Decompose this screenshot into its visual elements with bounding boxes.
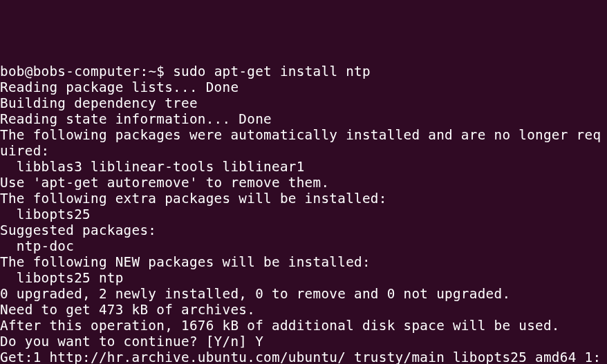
command-input: sudo apt-get install ntp (173, 64, 371, 79)
output-line: After this operation, 1676 kB of additio… (0, 318, 560, 334)
terminal-window[interactable]: bob@bobs-computer:~$ sudo apt-get instal… (0, 64, 607, 364)
output-line: libblas3 liblinear-tools liblinear1 (0, 159, 305, 175)
output-line: libopts25 ntp (0, 270, 124, 286)
output-line: Suggested packages: (0, 222, 156, 238)
output-line: libopts25 (0, 207, 91, 222)
output-line: ntp-doc (0, 238, 74, 254)
output-line: The following NEW packages will be insta… (0, 254, 371, 270)
prompt-end: $ (156, 64, 173, 79)
output-line: Use 'apt-get autoremove' to remove them. (0, 175, 329, 191)
output-line: Building dependency tree (0, 95, 198, 111)
output-line: Reading state information... Done (0, 111, 272, 127)
output-line: Do you want to continue? [Y/n] Y (0, 334, 263, 349)
output-line: Get:1 http://hr.archive.ubuntu.com/ubunt… (0, 349, 601, 364)
output-line: The following packages were automaticall… (0, 127, 601, 159)
prompt-path: ~ (148, 64, 156, 79)
output-line: Reading package lists... Done (0, 79, 239, 95)
prompt-user-host: bob@bobs-computer (0, 64, 140, 79)
output-line: 0 upgraded, 2 newly installed, 0 to remo… (0, 286, 510, 302)
output-line: Need to get 473 kB of archives. (0, 302, 255, 318)
prompt-separator: : (140, 64, 148, 79)
output-line: The following extra packages will be ins… (0, 191, 387, 207)
